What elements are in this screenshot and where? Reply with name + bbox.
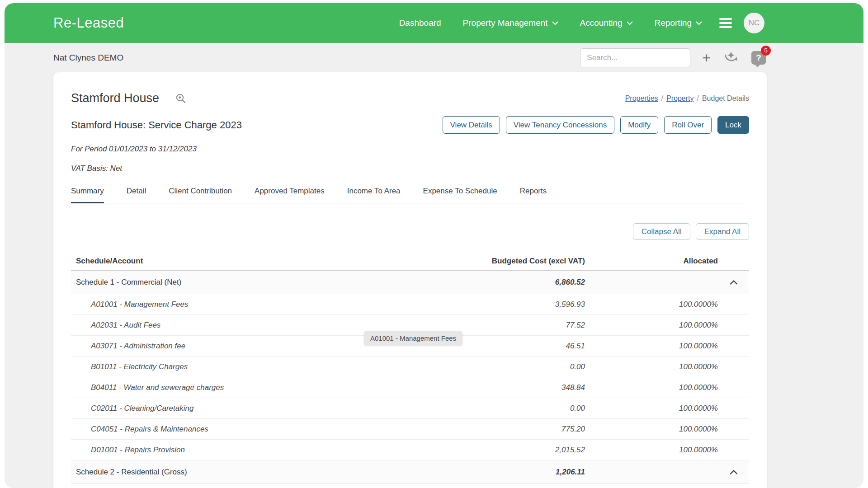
schedule-row-schedule-1-commercial-net: Schedule 1 - Commercial (Net)6,860.52 bbox=[71, 271, 749, 294]
budget-table: Schedule/Account Budgeted Cost (excl VAT… bbox=[71, 252, 749, 484]
nav-item-accounting[interactable]: Accounting bbox=[580, 18, 633, 28]
lock-button[interactable]: Lock bbox=[717, 116, 749, 134]
title-row: Stamford House Properties/Property/Budge… bbox=[71, 91, 749, 105]
row-budgeted-cost: 0.00 bbox=[449, 362, 585, 371]
add-icon[interactable]: + bbox=[702, 51, 711, 65]
row-allocated: 100.0000% bbox=[585, 300, 718, 309]
column-allocated: Allocated bbox=[585, 257, 718, 266]
chevron-down-icon bbox=[552, 21, 558, 25]
breadcrumb-properties[interactable]: Properties bbox=[625, 94, 658, 103]
account-name: Nat Clynes DEMO bbox=[53, 53, 123, 63]
account-row-c02011-cleaning-caretaking: C02011 - Cleaning/Caretaking0.00100.0000… bbox=[71, 398, 749, 419]
expand-all-button[interactable]: Expand All bbox=[696, 223, 749, 240]
tab-expense-to-schedule[interactable]: Expense To Schedule bbox=[423, 187, 497, 203]
account-row-b01011-electricity-charges: B01011 - Electricity Charges0.00100.0000… bbox=[71, 357, 749, 377]
tab-income-to-area[interactable]: Income To Area bbox=[347, 187, 401, 203]
nav-item-reporting[interactable]: Reporting bbox=[655, 18, 702, 28]
row-budgeted-cost: 775.20 bbox=[449, 425, 585, 434]
tab-reports[interactable]: Reports bbox=[520, 187, 547, 203]
tab-bar: SummaryDetailClient ContributionApproved… bbox=[71, 187, 749, 203]
row-name: Schedule 2 - Residential (Gross) bbox=[71, 468, 449, 477]
row-budgeted-cost: 77.52 bbox=[449, 321, 585, 330]
period-text: For Period 01/01/2023 to 31/12/2023 bbox=[71, 145, 749, 154]
row-name: A01001 - Management Fees bbox=[71, 300, 449, 309]
budget-title: Stamford House: Service Charge 2023 bbox=[71, 119, 242, 131]
zoom-in-icon[interactable] bbox=[175, 93, 187, 104]
menu-icon[interactable] bbox=[719, 18, 732, 28]
row-allocated: 100.0000% bbox=[585, 404, 718, 413]
budget-header-row: Stamford House: Service Charge 2023 View… bbox=[71, 116, 749, 134]
view-tenancy-concessions-button[interactable]: View Tenancy Concessions bbox=[506, 116, 614, 134]
subheader-actions: + ? 5 bbox=[580, 48, 766, 67]
row-budgeted-cost: 348.84 bbox=[449, 383, 585, 392]
row-budgeted-cost: 1,206.11 bbox=[449, 468, 585, 477]
row-allocated: 100.0000% bbox=[585, 342, 718, 351]
content-card: Stamford House Properties/Property/Budge… bbox=[53, 72, 767, 488]
tab-client-contribution[interactable]: Client Contribution bbox=[169, 187, 232, 203]
avatar[interactable]: NC bbox=[744, 13, 764, 33]
table-body: Schedule 1 - Commercial (Net)6,860.52A01… bbox=[71, 271, 749, 484]
breadcrumb-property[interactable]: Property bbox=[666, 94, 693, 103]
tab-detail[interactable]: Detail bbox=[127, 187, 146, 203]
row-allocated: 100.0000% bbox=[585, 446, 718, 455]
chevron-down-icon bbox=[696, 21, 702, 25]
releaesed-logo: Re-Leased bbox=[53, 15, 124, 31]
row-name: C02011 - Cleaning/Caretaking bbox=[71, 404, 449, 413]
row-name: D01001 - Repairs Provision bbox=[71, 446, 449, 455]
row-allocated: 100.0000% bbox=[585, 425, 718, 434]
breadcrumb-separator: / bbox=[697, 94, 698, 103]
row-allocated: 100.0000% bbox=[585, 362, 718, 371]
row-name: Schedule 1 - Commercial (Net) bbox=[71, 278, 449, 287]
nav-item-property-management[interactable]: Property Management bbox=[463, 18, 558, 28]
vat-basis-text: VAT Basis: Net bbox=[71, 164, 749, 173]
page-title: Stamford House bbox=[71, 91, 159, 105]
table-header-row: Schedule/Account Budgeted Cost (excl VAT… bbox=[71, 252, 749, 271]
chevron-up-icon[interactable] bbox=[718, 280, 749, 285]
top-navigation-bar: Re-Leased DashboardProperty ManagementAc… bbox=[5, 3, 863, 43]
roll-over-button[interactable]: Roll Over bbox=[664, 116, 712, 134]
row-allocated: 100.0000% bbox=[585, 321, 718, 330]
column-schedule-account: Schedule/Account bbox=[71, 257, 449, 266]
app-window: Re-Leased DashboardProperty ManagementAc… bbox=[5, 3, 863, 488]
row-budgeted-cost: 0.00 bbox=[449, 404, 585, 413]
breadcrumb: Properties/Property/Budget Details bbox=[625, 94, 749, 103]
tab-summary[interactable]: Summary bbox=[71, 187, 104, 203]
view-details-button[interactable]: View Details bbox=[443, 116, 500, 134]
account-row-a01001-management-fees: A01001 - Management Fees3,596.93100.0000… bbox=[71, 294, 749, 315]
row-allocated: 100.0000% bbox=[585, 383, 718, 392]
account-row-b04011-water-and-sewerage-charges: B04011 - Water and sewerage charges348.8… bbox=[71, 377, 749, 398]
modify-button[interactable]: Modify bbox=[620, 116, 658, 134]
row-name: B01011 - Electricity Charges bbox=[71, 362, 449, 371]
row-budgeted-cost: 6,860.52 bbox=[449, 278, 585, 287]
collapse-all-button[interactable]: Collapse All bbox=[633, 223, 690, 240]
row-name: B04011 - Water and sewerage charges bbox=[71, 383, 449, 392]
row-name: C04051 - Repairs & Maintenances bbox=[71, 425, 449, 434]
assistant-icon[interactable] bbox=[722, 49, 740, 67]
row-budgeted-cost: 2,015.52 bbox=[449, 446, 585, 455]
chevron-down-icon bbox=[627, 21, 633, 25]
sub-header-bar: Nat Clynes DEMO + ? 5 bbox=[5, 43, 863, 72]
account-row-d01001-repairs-provision: D01001 - Repairs Provision2,015.52100.00… bbox=[71, 440, 749, 460]
tab-approved-templates[interactable]: Approved Templates bbox=[255, 187, 325, 203]
search-input[interactable] bbox=[580, 48, 690, 67]
notification-badge: 5 bbox=[761, 46, 771, 56]
primary-nav: DashboardProperty ManagementAccountingRe… bbox=[399, 18, 702, 28]
row-budgeted-cost: 46.51 bbox=[449, 342, 585, 351]
row-name: A02031 - Audit Fees bbox=[71, 321, 449, 330]
divider bbox=[167, 92, 167, 105]
action-buttons: View DetailsView Tenancy ConcessionsModi… bbox=[443, 116, 749, 134]
tooltip: A01001 - Management Fees bbox=[364, 331, 462, 345]
schedule-row-schedule-2-residential-gross: Schedule 2 - Residential (Gross)1,206.11 bbox=[71, 460, 749, 484]
help-button[interactable]: ? 5 bbox=[751, 51, 766, 65]
breadcrumb-separator: / bbox=[661, 94, 663, 103]
breadcrumb-budget-details: Budget Details bbox=[702, 94, 749, 103]
table-toolbar: Collapse All Expand All bbox=[71, 223, 749, 240]
column-budgeted-cost: Budgeted Cost (excl VAT) bbox=[449, 257, 585, 266]
chevron-up-icon[interactable] bbox=[718, 470, 749, 474]
nav-item-dashboard[interactable]: Dashboard bbox=[399, 18, 441, 28]
row-budgeted-cost: 3,596.93 bbox=[449, 300, 585, 309]
account-row-c04051-repairs-maintenances: C04051 - Repairs & Maintenances775.20100… bbox=[71, 419, 749, 440]
